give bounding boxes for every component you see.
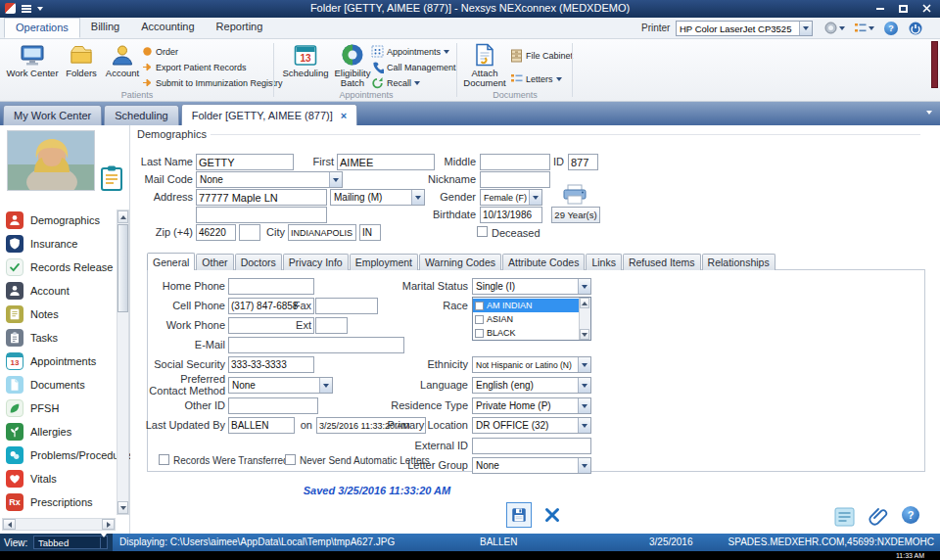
sidebar-item-tasks[interactable]: Tasks bbox=[0, 327, 117, 349]
clipboard-button[interactable] bbox=[100, 164, 123, 196]
tab-my-work-center[interactable]: My Work Center bbox=[3, 105, 102, 125]
sidebar-item-insurance[interactable]: Insurance bbox=[0, 233, 117, 255]
race-checkbox[interactable] bbox=[475, 302, 484, 310]
sidebar-item-pfsh[interactable]: PFSH bbox=[0, 397, 117, 419]
scroll-down-button[interactable] bbox=[118, 501, 128, 514]
printer-select[interactable]: HP Color LaserJet CP3525 bbox=[676, 21, 813, 36]
mail-code-select[interactable]: None bbox=[196, 171, 343, 188]
tab-scheduling[interactable]: Scheduling bbox=[104, 105, 178, 125]
form-tab-doctors[interactable]: Doctors bbox=[235, 254, 282, 270]
attachments-button[interactable] bbox=[868, 505, 889, 529]
primary-location-select[interactable]: DR OFFICE (32) bbox=[472, 417, 591, 434]
letters-menu-item[interactable]: Letters bbox=[510, 72, 562, 85]
language-select[interactable]: English (eng) bbox=[472, 377, 591, 394]
first-name-input[interactable] bbox=[337, 154, 435, 170]
gender-select[interactable]: Female (F) bbox=[480, 189, 542, 206]
scroll-right-button[interactable] bbox=[102, 519, 115, 530]
scheduling-button[interactable]: 13 Scheduling bbox=[281, 42, 330, 78]
deceased-checkbox[interactable] bbox=[477, 226, 488, 237]
race-listbox[interactable]: AM INDIAN ASIAN BLACK bbox=[472, 297, 591, 341]
age-button[interactable]: 29 Year(s) bbox=[551, 207, 600, 223]
sidebar-horizontal-scrollbar[interactable] bbox=[2, 518, 116, 531]
tab-billing[interactable]: Billing bbox=[80, 18, 130, 38]
recall-menu-item[interactable]: Recall bbox=[371, 76, 420, 89]
scroll-up-button[interactable] bbox=[118, 210, 128, 223]
other-id-input[interactable] bbox=[228, 397, 318, 414]
appointments-menu-item[interactable]: Appointments bbox=[371, 45, 449, 58]
ssn-input[interactable] bbox=[228, 356, 314, 373]
birthdate-input[interactable] bbox=[480, 207, 542, 223]
external-id-input[interactable] bbox=[472, 438, 591, 454]
help-button[interactable]: ? bbox=[884, 22, 898, 35]
sidebar-item-problems-procedures[interactable]: Problems/Procedures bbox=[0, 444, 117, 466]
residence-type-select[interactable]: Private Home (P) bbox=[472, 397, 591, 414]
letter-group-select[interactable]: None bbox=[472, 457, 591, 474]
maximize-button[interactable] bbox=[892, 1, 915, 16]
scroll-thumb[interactable] bbox=[118, 224, 128, 312]
form-tab-employment[interactable]: Employment bbox=[350, 254, 418, 270]
address1-input[interactable] bbox=[196, 189, 327, 206]
scroll-up-button[interactable] bbox=[580, 298, 589, 308]
race-option-black[interactable]: BLACK bbox=[473, 326, 579, 340]
cancel-button[interactable] bbox=[541, 504, 563, 526]
form-tab-other[interactable]: Other bbox=[196, 254, 233, 270]
view-mode-select[interactable]: Tabbed bbox=[33, 536, 108, 549]
sidebar-vertical-scrollbar[interactable] bbox=[117, 210, 129, 515]
eligibility-batch-button[interactable]: Eligibility Batch bbox=[330, 42, 375, 89]
preferred-contact-select[interactable]: None bbox=[228, 377, 333, 394]
tabstrip-chevron-down-icon[interactable] bbox=[926, 111, 932, 115]
sidebar-item-appointments[interactable]: 13 Appointments bbox=[0, 350, 117, 372]
sidebar-item-vitals[interactable]: Vitals bbox=[0, 468, 117, 490]
sidebar-item-prescriptions[interactable]: Rx Prescriptions bbox=[0, 491, 117, 513]
save-button[interactable] bbox=[506, 502, 532, 528]
tab-close-icon[interactable]: × bbox=[341, 110, 347, 121]
folders-button[interactable]: Folders bbox=[61, 42, 102, 78]
id-input[interactable] bbox=[568, 154, 598, 170]
attach-document-button[interactable]: Attach Document bbox=[461, 42, 508, 89]
collapsed-panel-handle[interactable] bbox=[931, 41, 938, 88]
form-tab-warning-codes[interactable]: Warning Codes bbox=[419, 254, 501, 270]
globe-menu-button[interactable] bbox=[824, 22, 845, 34]
home-phone-input[interactable] bbox=[228, 278, 314, 295]
address2-input[interactable] bbox=[196, 207, 327, 223]
form-tab-general[interactable]: General bbox=[147, 253, 195, 270]
address-type-select[interactable]: Mailing (M) bbox=[330, 189, 425, 206]
submit-immunization-menu-item[interactable]: Submit to Immunization Registry bbox=[142, 77, 283, 88]
race-option-asian[interactable]: ASIAN bbox=[473, 312, 579, 326]
sidebar-item-documents[interactable]: Documents bbox=[0, 374, 117, 396]
tab-accounting[interactable]: Accounting bbox=[130, 18, 205, 38]
power-button[interactable] bbox=[909, 22, 922, 35]
state-input[interactable] bbox=[359, 224, 381, 241]
form-tab-refused-items[interactable]: Refused Items bbox=[623, 254, 701, 270]
sidebar-item-notes[interactable]: Notes bbox=[0, 303, 117, 325]
form-tab-attribute-codes[interactable]: Attribute Codes bbox=[502, 254, 585, 270]
account-button[interactable]: Account bbox=[102, 42, 143, 78]
ext-input[interactable] bbox=[315, 317, 348, 334]
export-patient-records-menu-item[interactable]: Export Patient Records bbox=[142, 62, 247, 72]
help-footer-button[interactable]: ? bbox=[902, 506, 919, 524]
records-transferred-checkbox[interactable] bbox=[159, 454, 169, 465]
work-center-button[interactable]: Work Center bbox=[6, 42, 59, 78]
form-tab-links[interactable]: Links bbox=[586, 254, 622, 270]
notes-panel-button[interactable] bbox=[834, 507, 855, 527]
nickname-input[interactable] bbox=[480, 171, 550, 188]
ethnicity-select[interactable]: Not Hispanic or Latino (N) bbox=[472, 356, 591, 373]
call-management-menu-item[interactable]: Call Management bbox=[371, 61, 456, 73]
zip-input[interactable] bbox=[196, 224, 236, 241]
race-option-am-indian[interactable]: AM INDIAN bbox=[473, 299, 579, 312]
never-send-letters-checkbox[interactable] bbox=[285, 454, 296, 465]
minimize-button[interactable] bbox=[869, 1, 891, 16]
form-tab-privacy-info[interactable]: Privacy Info bbox=[283, 254, 349, 270]
marital-status-select[interactable]: Single (I) bbox=[472, 278, 591, 295]
race-checkbox[interactable] bbox=[475, 315, 484, 324]
tab-folder-getty-aimee[interactable]: Folder [GETTY, AIMEE (877)] × bbox=[181, 104, 358, 125]
scroll-left-button[interactable] bbox=[3, 519, 16, 530]
zip4-input[interactable] bbox=[239, 224, 260, 241]
close-button[interactable] bbox=[916, 1, 938, 16]
list-menu-button[interactable] bbox=[854, 22, 874, 34]
city-input[interactable] bbox=[288, 224, 356, 241]
form-tab-relationships[interactable]: Relationships bbox=[702, 254, 776, 270]
race-checkbox[interactable] bbox=[475, 329, 484, 338]
tab-operations[interactable]: Operations bbox=[4, 18, 80, 38]
sidebar-item-account[interactable]: Account bbox=[0, 280, 117, 302]
